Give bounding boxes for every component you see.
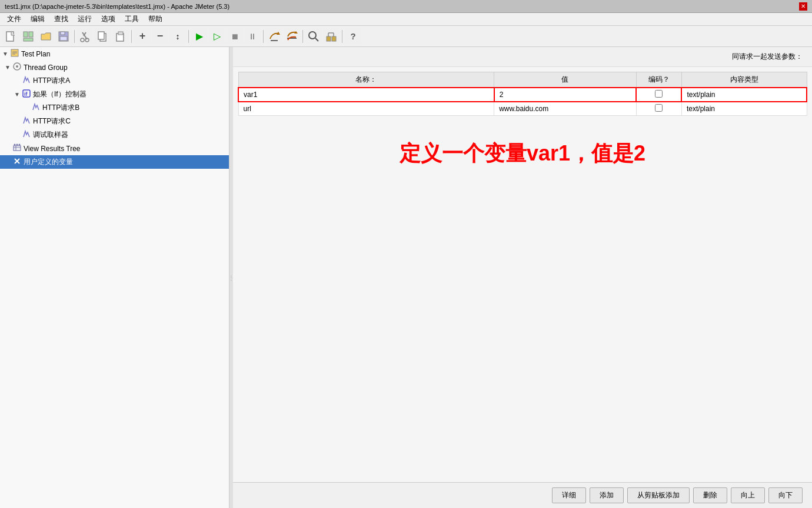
add-button[interactable]: 添加 — [590, 487, 624, 503]
params-table-container: 名称： 值 编码？ 内容类型 var1 2 text/plain url — [233, 67, 812, 482]
svg-rect-5 — [61, 32, 65, 35]
tree-item-view-results-tree[interactable]: View Results Tree — [0, 142, 229, 155]
cut-button[interactable] — [77, 28, 94, 45]
save-button[interactable] — [55, 28, 72, 45]
col-header-encode: 编码？ — [636, 72, 681, 88]
tree-label-if-controller: 如果（If）控制器 — [33, 89, 86, 99]
clear-button[interactable] — [266, 28, 282, 45]
svg-point-36 — [14, 144, 16, 146]
table-row: url www.baidu.com text/plain — [238, 102, 807, 116]
tree-item-thread-group[interactable]: ▼ Thread Group — [0, 61, 229, 74]
sep2 — [131, 30, 132, 43]
menu-file[interactable]: 文件 — [2, 13, 26, 25]
row1-encode-checkbox[interactable] — [655, 90, 663, 98]
tree-item-test-plan[interactable]: ▼ Test Plan — [0, 47, 229, 61]
row2-name: url — [238, 102, 494, 116]
menu-find[interactable]: 查找 — [49, 13, 73, 25]
svg-rect-21 — [332, 36, 336, 41]
move-down-button[interactable]: 向下 — [768, 487, 803, 503]
expand-icon-tg: ▼ — [5, 64, 12, 71]
paste-button[interactable] — [112, 28, 129, 45]
clear-all-button[interactable] — [284, 28, 300, 45]
row2-encode-checkbox[interactable] — [655, 104, 663, 112]
col-header-name: 名称： — [238, 72, 494, 88]
table-row: var1 2 text/plain — [238, 88, 807, 102]
remove-node-button[interactable]: − — [152, 28, 168, 45]
test-plan-icon — [11, 49, 19, 59]
copy-button[interactable] — [95, 28, 111, 45]
row1-name: var1 — [238, 88, 494, 102]
col-header-value: 值 — [494, 72, 637, 88]
add-node-button[interactable]: + — [134, 28, 151, 45]
params-header-label: 同请求一起发送参数： — [732, 52, 803, 62]
menu-run[interactable]: 运行 — [73, 13, 96, 25]
close-icon[interactable]: ✕ — [799, 2, 807, 11]
svg-point-18 — [309, 32, 316, 39]
tree-item-http-b[interactable]: HTTP请求B — [0, 101, 229, 115]
svg-point-9 — [81, 38, 84, 42]
template-button[interactable] — [20, 28, 36, 45]
tree-panel: ▼ Test Plan ▼ Thread Group HTTP请求A ▼ — [0, 47, 229, 508]
paste-from-clipboard-button[interactable]: 从剪贴板添加 — [627, 487, 690, 503]
shutdown-button[interactable]: ⏸ — [244, 28, 261, 45]
delete-button[interactable]: 删除 — [693, 487, 727, 503]
tree-label-user-vars: 用户定义的变量 — [24, 157, 73, 167]
open-button[interactable] — [38, 28, 54, 45]
expand-icon-if: ▼ — [14, 91, 21, 98]
http-a-icon — [22, 76, 31, 86]
svg-point-30 — [16, 65, 18, 68]
row1-content-type: text/plain — [681, 88, 807, 102]
svg-rect-2 — [29, 32, 33, 37]
tree-item-if-controller[interactable]: ▼ if 如果（If）控制器 — [0, 88, 229, 101]
annotation-text: 定义一个变量var1，值是2 — [238, 116, 807, 192]
tree-item-user-vars[interactable]: 用户定义的变量 — [0, 155, 229, 169]
title-text: test1.jmx (D:\apache-jmeter-5.3\bin\temp… — [5, 3, 229, 10]
row1-value: 2 — [494, 88, 637, 102]
sep5 — [302, 30, 303, 43]
svg-rect-1 — [24, 32, 28, 37]
help-button[interactable]: ? — [345, 28, 361, 45]
tree-item-http-a[interactable]: HTTP请求A — [0, 74, 229, 88]
params-header: 同请求一起发送参数： — [233, 47, 812, 67]
tree-item-http-c[interactable]: HTTP请求C — [0, 115, 229, 128]
sep6 — [342, 30, 342, 43]
menu-edit[interactable]: 编辑 — [26, 13, 49, 25]
right-panel: 同请求一起发送参数： 名称： 值 编码？ 内容类型 var1 2 — [233, 47, 812, 508]
svg-rect-6 — [60, 36, 67, 41]
tree-item-debug-sampler[interactable]: 调试取样器 — [0, 128, 229, 142]
svg-rect-3 — [24, 38, 33, 41]
start-no-pause-button[interactable]: ▷ — [209, 28, 225, 45]
detail-button[interactable]: 详细 — [552, 487, 586, 503]
main-area: ▼ Test Plan ▼ Thread Group HTTP请求A ▼ — [0, 47, 812, 508]
menu-options[interactable]: 选项 — [96, 13, 120, 25]
bottom-bar: 详细 添加 从剪贴板添加 删除 向上 向下 — [233, 482, 812, 508]
menu-tools[interactable]: 工具 — [120, 13, 144, 25]
row2-value: www.baidu.com — [494, 102, 637, 116]
tree-label-http-c: HTTP请求C — [33, 116, 71, 126]
svg-line-19 — [315, 38, 318, 41]
debug-icon — [22, 130, 31, 140]
col-header-content-type: 内容类型 — [681, 72, 807, 88]
search-button[interactable] — [305, 28, 322, 45]
expand-icon: ▼ — [2, 51, 9, 57]
http-c-icon — [22, 116, 31, 126]
thread-group-icon — [13, 62, 21, 72]
start-button[interactable]: ▶ — [191, 28, 208, 45]
tree-label-http-b: HTTP请求B — [42, 103, 79, 113]
new-button[interactable] — [2, 28, 19, 45]
row2-content-type: text/plain — [681, 102, 807, 116]
sep4 — [263, 30, 264, 43]
move-up-button[interactable]: 向上 — [731, 487, 765, 503]
sep3 — [188, 30, 189, 43]
title-bar: test1.jmx (D:\apache-jmeter-5.3\bin\temp… — [0, 0, 812, 13]
remote-button[interactable] — [323, 28, 340, 45]
row1-encode — [636, 88, 681, 102]
menu-help[interactable]: 帮助 — [144, 13, 167, 25]
tree-label-test-plan: Test Plan — [21, 50, 50, 58]
view-results-icon — [13, 143, 21, 153]
stop-button[interactable]: ⏹ — [227, 28, 243, 45]
tree-label-thread-group: Thread Group — [24, 63, 68, 72]
tree-label-debug-sampler: 调试取样器 — [33, 130, 68, 140]
svg-text:if: if — [24, 91, 28, 97]
move-button[interactable]: ↕ — [169, 28, 186, 45]
